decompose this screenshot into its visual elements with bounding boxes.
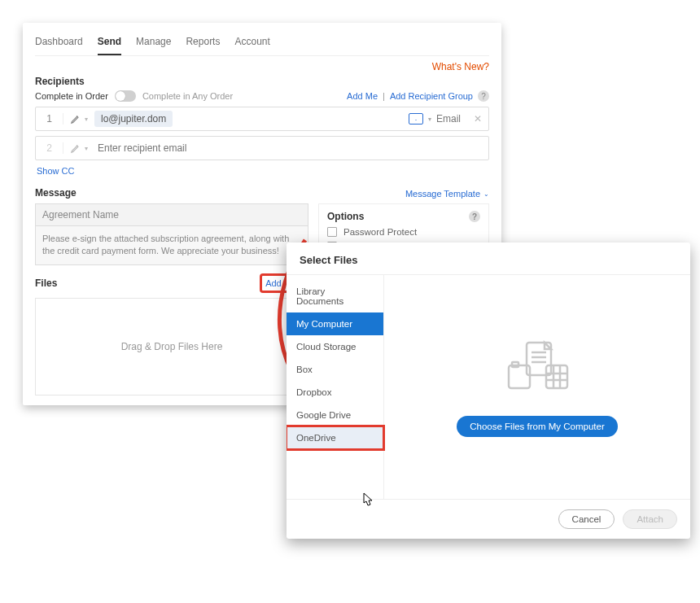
- delivery-method-label: Email: [436, 113, 461, 125]
- source-my-computer[interactable]: My Computer: [287, 312, 383, 335]
- message-heading: Message: [35, 187, 77, 199]
- source-google-drive[interactable]: Google Drive: [287, 404, 383, 426]
- source-dropbox[interactable]: Dropbox: [287, 381, 383, 404]
- help-icon[interactable]: ?: [478, 90, 489, 102]
- file-source-list: Library Documents My Computer Cloud Stor…: [287, 275, 384, 499]
- chevron-down-icon[interactable]: ▾: [85, 145, 93, 152]
- agreement-name-input[interactable]: Agreement Name: [35, 203, 308, 226]
- remove-recipient-icon[interactable]: ✕: [467, 113, 488, 125]
- main-tabs: Dashboard Send Manage Reports Account: [35, 23, 489, 56]
- option-password-protect[interactable]: Password Protect: [327, 227, 480, 237]
- files-dropzone[interactable]: Drag & Drop Files Here: [35, 298, 308, 395]
- cancel-button[interactable]: Cancel: [558, 509, 615, 529]
- whats-new-link[interactable]: What's New?: [35, 61, 489, 72]
- source-library-documents[interactable]: Library Documents: [287, 280, 383, 312]
- files-illustration-icon: [501, 338, 574, 396]
- source-content: Choose Files from My Computer: [384, 275, 690, 499]
- choose-files-button[interactable]: Choose Files from My Computer: [457, 416, 618, 437]
- source-onedrive[interactable]: OneDrive: [287, 426, 383, 449]
- recipient-row-1[interactable]: 1 ▾ lo@jupiter.dom ▾ Email ✕: [35, 107, 489, 131]
- tab-reports[interactable]: Reports: [186, 31, 220, 55]
- envelope-icon: [409, 113, 423, 125]
- chevron-down-icon: ▾: [428, 116, 431, 123]
- agreement-message-body[interactable]: Please e-sign the attached subscription …: [35, 226, 308, 265]
- message-template-link[interactable]: Message Template⌄: [405, 189, 489, 199]
- recipient-row-2[interactable]: 2 ▾: [35, 136, 489, 160]
- complete-any-order-label: Complete in Any Order: [142, 91, 233, 101]
- add-me-link[interactable]: Add Me: [347, 91, 378, 101]
- chevron-down-icon[interactable]: ▾: [85, 116, 93, 123]
- tab-dashboard[interactable]: Dashboard: [35, 31, 83, 55]
- recipient-email-input[interactable]: [93, 139, 488, 157]
- recipient-number: 2: [36, 142, 63, 154]
- order-row: Complete in Order Complete in Any Order …: [35, 90, 489, 102]
- help-icon[interactable]: ?: [469, 211, 480, 222]
- dialog-title: Select Files: [287, 243, 690, 275]
- tab-account[interactable]: Account: [234, 31, 269, 55]
- files-heading: Files: [35, 277, 57, 289]
- order-toggle[interactable]: [115, 90, 136, 102]
- options-heading: Options: [327, 211, 364, 222]
- select-files-dialog: Select Files Library Documents My Comput…: [287, 243, 690, 539]
- attach-button: Attach: [623, 509, 677, 529]
- chevron-down-icon: ⌄: [483, 190, 489, 198]
- source-cloud-storage[interactable]: Cloud Storage: [287, 335, 383, 358]
- tab-manage[interactable]: Manage: [136, 31, 171, 55]
- svg-rect-6: [546, 365, 567, 388]
- checkbox-icon[interactable]: [327, 227, 337, 237]
- tab-send[interactable]: Send: [98, 31, 121, 55]
- recipient-email-pill[interactable]: lo@jupiter.dom: [94, 111, 173, 127]
- complete-in-order-label: Complete in Order: [35, 91, 108, 101]
- recipient-number: 1: [36, 113, 63, 125]
- recipients-heading: Recipients: [35, 76, 489, 87]
- source-box[interactable]: Box: [287, 358, 383, 381]
- add-recipient-group-link[interactable]: Add Recipient Group: [390, 91, 473, 101]
- show-cc-link[interactable]: Show CC: [37, 166, 74, 176]
- delivery-method[interactable]: ▾ Email: [409, 113, 467, 125]
